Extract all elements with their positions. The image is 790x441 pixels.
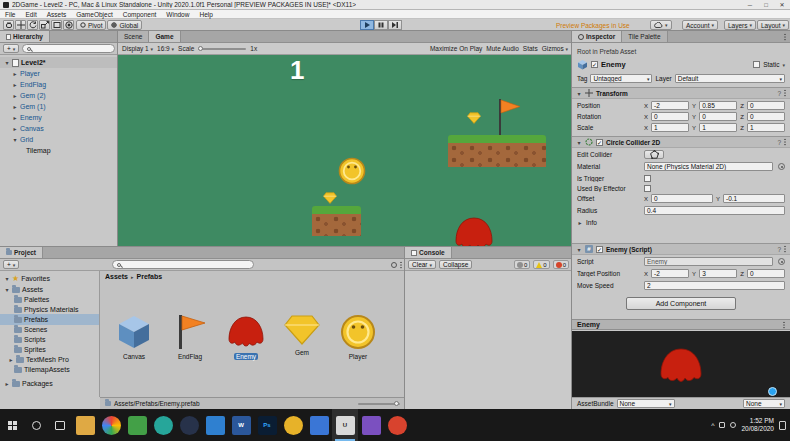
kebab-menu-icon[interactable] [400,261,402,269]
asset-item-enemy[interactable]: Enemy [220,313,272,360]
gear-icon[interactable] [391,262,397,268]
hierarchy-item-grid[interactable]: Grid [0,134,118,145]
asset-item-player[interactable]: Player [332,313,384,360]
mute-audio-toggle[interactable]: Mute Audio [486,45,519,52]
menu-help[interactable]: Help [194,11,217,18]
menu-edit[interactable]: Edit [20,11,41,18]
account-dropdown[interactable]: Account▾ [682,20,718,30]
aspect-dropdown[interactable]: 16:9 ▾ [157,45,174,52]
scale-y-field[interactable]: 1 [699,123,737,132]
help-icon[interactable]: ? [777,90,781,97]
expand-arrow-icon[interactable] [12,125,18,132]
thumbnail-size-slider[interactable] [358,403,400,405]
hierarchy-item-enemy[interactable]: Enemy [0,112,118,123]
expand-arrow-icon[interactable] [12,114,18,121]
asset-item-gem[interactable]: Gem [276,313,328,356]
rotation-z-field[interactable]: 0 [747,112,785,121]
hierarchy-item-player[interactable]: Player [0,68,118,79]
help-icon[interactable]: ? [777,246,781,253]
expand-arrow-icon[interactable] [4,380,10,387]
hierarchy-item-gem1[interactable]: Gem (1) [0,101,118,112]
assetbundle-dropdown[interactable]: None [617,399,675,408]
collab-button[interactable]: ▾ [650,20,672,30]
edit-collider-button[interactable] [644,150,664,159]
offset-y-field[interactable]: -0.1 [723,194,785,203]
script-field[interactable]: Enemy [644,257,773,266]
taskbar-app-blue[interactable] [306,409,332,441]
preview-header[interactable]: Enemy [572,319,790,330]
enemy-script-header[interactable]: # Enemy (Script) ? [572,243,790,255]
rect-tool-icon[interactable] [51,20,62,30]
move-speed-field[interactable]: 2 [644,281,785,290]
pivot-toggle-button[interactable]: Pivot [76,20,106,30]
collapse-arrow-icon[interactable] [4,286,10,293]
hierarchy-item-endflag[interactable]: EndFlag [0,79,118,90]
taskbar-app-purple[interactable] [358,409,384,441]
rotation-x-field[interactable]: 0 [651,112,689,121]
collapse-arrow-icon[interactable] [12,136,18,143]
preview-packages-warning[interactable]: Preview Packages in Use [556,22,630,29]
breadcrumb-root[interactable]: Assets [105,273,128,280]
project-add-button[interactable]: +▾ [3,260,19,269]
active-checkbox[interactable] [591,61,598,68]
rotate-tool-icon[interactable] [27,20,38,30]
taskbar-app-word[interactable]: W [228,409,254,441]
step-button[interactable] [388,20,402,30]
kebab-menu-icon[interactable] [784,245,786,253]
tree-favorites[interactable]: ★Favorites [0,273,99,284]
offset-x-field[interactable]: 0 [651,194,713,203]
hierarchy-item-gem2[interactable]: Gem (2) [0,90,118,101]
taskbar-app-vscode[interactable] [202,409,228,441]
layer-dropdown[interactable]: Default [675,74,785,83]
static-dropdown-arrow-icon[interactable]: ▾ [782,62,785,68]
transform-header[interactable]: Transform ? [572,87,790,99]
scale-slider[interactable] [198,48,246,50]
slider-knob[interactable] [394,401,399,406]
add-component-button[interactable]: Add Component [626,297,736,310]
kebab-menu-icon[interactable] [784,89,786,97]
foldout-arrow-icon[interactable] [576,90,582,97]
menu-window[interactable]: Window [161,11,194,18]
tag-dropdown[interactable]: Untagged [590,74,652,83]
hierarchy-search-input[interactable] [22,44,115,53]
target-y-field[interactable]: 3 [699,269,737,278]
taskbar-app-gold[interactable] [280,409,306,441]
tab-hierarchy[interactable]: Hierarchy [0,31,50,42]
search-button[interactable] [24,409,48,441]
collapse-arrow-icon[interactable] [4,275,10,282]
stats-toggle[interactable]: Stats [523,45,538,52]
gizmos-dropdown[interactable]: Gizmos ▾ [542,45,568,52]
collapse-arrow-icon[interactable] [4,59,10,66]
tab-tile-palette[interactable]: Tile Palette [622,31,667,42]
hierarchy-item-tilemap[interactable]: Tilemap [0,145,118,156]
material-field[interactable]: None (Physics Material 2D) [644,162,773,171]
tab-game[interactable]: Game [149,31,180,42]
tree-packages[interactable]: Packages [0,378,99,389]
taskbar-app-green[interactable] [124,409,150,441]
position-z-field[interactable]: 0 [747,101,785,110]
tray-icon[interactable] [719,422,725,428]
hierarchy-add-button[interactable]: +▾ [3,44,19,53]
transform-tool-icon[interactable] [63,20,74,30]
target-x-field[interactable]: -2 [651,269,689,278]
taskbar-app-red[interactable] [384,409,410,441]
menu-assets[interactable]: Assets [42,11,72,18]
position-x-field[interactable]: -2 [651,101,689,110]
foldout-arrow-icon[interactable] [576,139,582,146]
notification-center-icon[interactable] [779,421,786,430]
play-button[interactable] [360,20,374,30]
radius-field[interactable]: 0.4 [644,206,785,215]
taskbar-app-teal[interactable] [150,409,176,441]
object-picker-icon[interactable] [778,163,785,170]
close-button[interactable]: ✕ [774,0,790,9]
taskbar-app-browser[interactable] [98,409,124,441]
foldout-arrow-icon[interactable] [576,246,582,253]
assetbundle-variant-dropdown[interactable]: None [743,399,785,408]
maximize-on-play-toggle[interactable]: Maximize On Play [430,45,482,52]
console-collapse-button[interactable]: Collapse [439,260,472,269]
maximize-button[interactable]: □ [758,0,774,9]
is-trigger-checkbox[interactable] [644,175,651,182]
component-enabled-checkbox[interactable] [596,139,603,146]
taskbar-clock[interactable]: 1:52 PM 20/08/2020 [741,417,774,433]
target-z-field[interactable]: 0 [747,269,785,278]
